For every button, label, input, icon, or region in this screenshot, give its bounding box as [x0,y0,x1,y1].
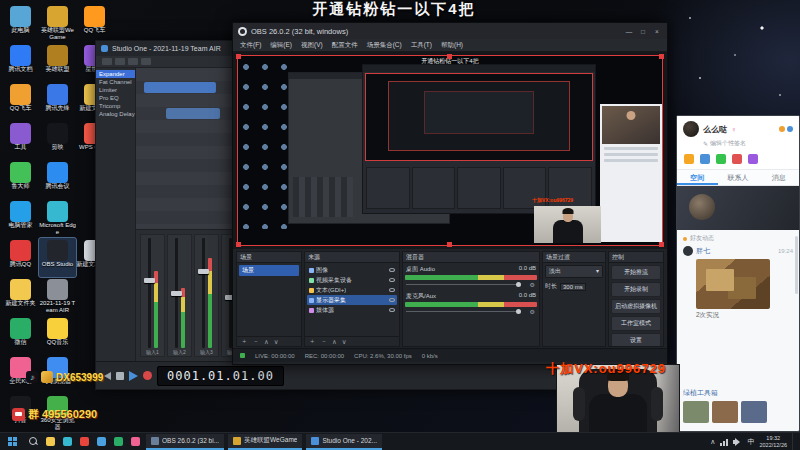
menu-item[interactable]: 配置文件 [332,41,358,50]
obs-preview-capture[interactable]: 十加VX:ou996729 开通钻粉钻一以下4把 [238,56,662,245]
channel-fader[interactable] [202,238,205,348]
control-button[interactable]: 开始推流 [611,265,661,280]
fader-knob[interactable] [144,278,155,283]
dock-toolbar-icon[interactable]: － [253,337,260,346]
maximize-button[interactable]: □ [638,26,648,36]
notification-strip[interactable] [792,433,797,450]
taskbar-window-button[interactable]: 英雄联盟WeGame [228,434,302,450]
menu-item[interactable]: 视图(V) [301,41,323,50]
quick-app-icon[interactable] [748,154,758,164]
feed-post[interactable]: 胖七 19:24 2次实况 [677,245,799,321]
audio-clip[interactable] [144,82,216,93]
play-icon[interactable] [129,371,138,381]
browser-item[interactable]: Expander [96,70,135,78]
mixer-channel-strip[interactable]: 输入3 [194,234,219,357]
selection-handle[interactable] [447,54,452,59]
menu-item[interactable]: 工具(T) [411,41,432,50]
visibility-eye-icon[interactable] [389,298,395,302]
taskbar-pinned-app[interactable] [43,434,58,449]
control-button[interactable]: 工作室模式 [611,316,661,331]
banner-image[interactable] [677,186,799,230]
taskbar-window-button[interactable]: Studio One - 202... [306,434,382,450]
taskbar-pinned-app[interactable] [128,434,143,449]
minimize-button[interactable]: — [624,26,634,36]
selection-handle[interactable] [659,242,664,247]
volume-icon[interactable] [733,438,742,446]
mixer-dock-title[interactable]: 混音器 [403,252,539,263]
ime-language-indicator[interactable]: 中 [747,437,754,447]
toolbar-icon[interactable] [102,58,112,65]
toolbar-icon[interactable] [141,58,151,65]
clock[interactable]: 19:32 2022/12/26 [759,435,787,449]
channel-fader[interactable] [148,238,151,348]
post2-thumbnail[interactable] [741,401,767,423]
visibility-eye-icon[interactable] [389,268,395,272]
menu-item[interactable]: 文件(F) [240,41,261,50]
speaker-icon[interactable]: ⚙ [530,308,535,315]
volume-slider[interactable]: ⚙ [405,308,537,315]
source-item[interactable]: 显示器采集 [307,295,397,305]
source-item[interactable]: 视频采集设备 [307,275,397,285]
panel-tab[interactable]: 消息 [758,170,799,185]
audio-clip[interactable] [166,108,220,119]
obs-titlebar[interactable]: OBS 26.0.2 (32 bit, windows) — □ × [233,23,667,39]
channel-fader[interactable] [175,238,178,348]
desktop-icon[interactable]: 工具 [2,121,39,160]
tray-chevron-icon[interactable]: ∧ [710,438,715,446]
desktop-icon[interactable]: 电脑管家 [2,199,39,238]
dock-toolbar-icon[interactable]: ∨ [274,338,279,346]
control-button[interactable]: 设置 [611,333,661,346]
taskbar-pinned-app[interactable] [94,434,109,449]
stop-icon[interactable] [116,372,124,380]
desktop-icon[interactable]: 腾讯先锋 [39,82,76,121]
fader-knob[interactable] [171,291,182,296]
taskbar-window-button[interactable]: OBS 26.0.2 (32 bi... [146,434,224,450]
close-button[interactable]: × [652,26,662,36]
friend-avatar[interactable] [683,246,693,256]
source-item[interactable]: 媒体源 [307,305,397,315]
volume-knob[interactable] [516,282,521,287]
desktop-icon[interactable]: 新建文件夹 [2,277,39,316]
quick-app-icon[interactable] [716,154,726,164]
source-item[interactable]: 图像 [307,265,397,275]
post2-title[interactable]: 绿植工具箱 [683,388,793,398]
desktop-icon[interactable]: 微信 [2,316,39,355]
browser-item[interactable]: Pro EQ [96,94,135,102]
selection-handle[interactable] [236,242,241,247]
start-button[interactable] [0,433,24,450]
panel-tab[interactable]: 空间 [677,170,718,185]
scene-item[interactable]: 场景 [239,265,299,276]
dock-toolbar-icon[interactable]: ＋ [241,337,248,346]
rewind-icon[interactable] [104,372,111,380]
selection-handle[interactable] [659,54,664,59]
signature-row[interactable]: ✎ 编辑个性签名 [703,139,793,148]
transitions-dock-title[interactable]: 场景过渡 [543,252,605,263]
desktop-icon[interactable]: 腾讯QQ [2,238,39,277]
mixer-channel-strip[interactable]: 输入1 [140,234,165,357]
desktop-icon[interactable]: QQ飞车 [2,82,39,121]
desktop-icon[interactable]: 腾讯会议 [39,160,76,199]
desktop-icon[interactable]: 鲁大师 [2,160,39,199]
post2-thumbnail[interactable] [712,401,738,423]
dock-toolbar-icon[interactable]: ∨ [342,338,347,346]
selection-handle[interactable] [236,54,241,59]
desktop-icon[interactable]: 2021-11-19 Team AIR [39,277,76,316]
desktop-icon[interactable]: Microsoft Edge [39,199,76,238]
scenes-dock-title[interactable]: 场景 [237,252,301,263]
search-button[interactable] [24,433,42,450]
speaker-icon[interactable]: ⚙ [530,281,535,288]
mixer-channel-strip[interactable]: 输入2 [167,234,192,357]
control-button[interactable]: 开始录制 [611,282,661,297]
panel-tab[interactable]: 联系人 [718,170,759,185]
friend-name[interactable]: 胖七 [696,246,710,256]
duration-field[interactable]: 300 ms [560,283,586,291]
sources-dock-title[interactable]: 来源 [305,252,399,263]
desktop-icon[interactable]: 剪映 [39,121,76,160]
taskbar-pinned-app[interactable] [77,434,92,449]
quick-app-icon[interactable] [684,154,694,164]
source-item[interactable]: 文本(GDI+) [307,285,397,295]
selection-handle[interactable] [447,242,452,247]
controls-dock-title[interactable]: 控制 [609,252,663,263]
toolbar-icon[interactable] [128,58,138,65]
dock-toolbar-icon[interactable]: ∧ [332,338,337,346]
